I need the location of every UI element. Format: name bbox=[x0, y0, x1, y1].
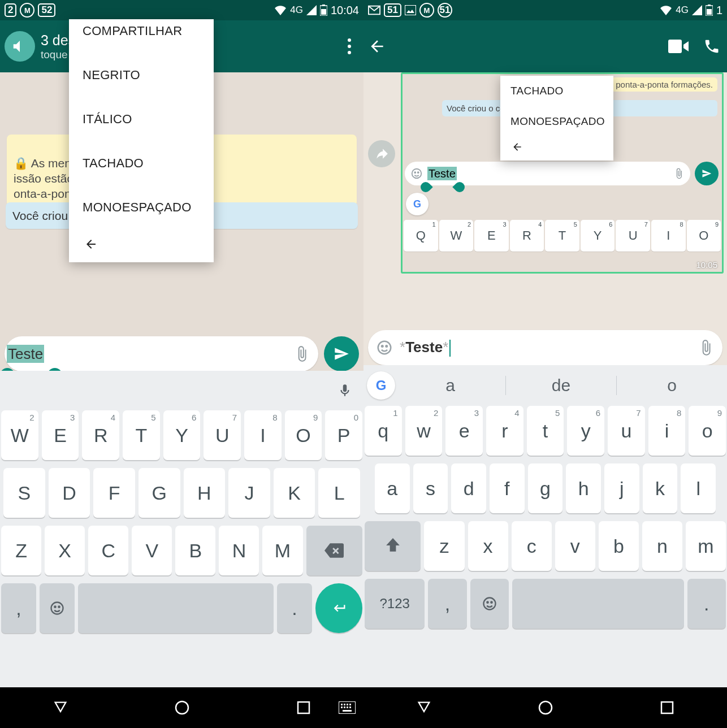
key-t[interactable]: T5 bbox=[123, 410, 160, 460]
key-comma[interactable]: , bbox=[428, 579, 466, 629]
key-l[interactable]: L bbox=[318, 468, 360, 518]
key-d[interactable]: D bbox=[49, 468, 90, 518]
key-w[interactable]: w2 bbox=[405, 406, 443, 456]
menu-negrito[interactable]: NEGRITO bbox=[69, 53, 214, 97]
key-m[interactable]: m bbox=[686, 521, 726, 571]
key-u[interactable]: U7 bbox=[204, 410, 241, 460]
key-y[interactable]: Y6 bbox=[163, 410, 201, 460]
overflow-menu-icon[interactable] bbox=[342, 33, 357, 60]
nav-home-icon[interactable] bbox=[174, 699, 191, 716]
key-k[interactable]: k bbox=[643, 463, 678, 513]
key-d[interactable]: d bbox=[451, 463, 486, 513]
key-emoji[interactable] bbox=[470, 579, 509, 629]
key-x[interactable]: X bbox=[45, 526, 85, 575]
menu-tachado[interactable]: TACHADO bbox=[69, 141, 214, 185]
key-e[interactable]: E3 bbox=[42, 410, 79, 460]
key-i[interactable]: I8 bbox=[244, 410, 282, 460]
menu-italico[interactable]: ITÁLICO bbox=[69, 97, 214, 141]
key-f[interactable]: f bbox=[490, 463, 525, 513]
svg-rect-19 bbox=[405, 5, 416, 15]
key-r[interactable]: R4 bbox=[82, 410, 119, 460]
key-z[interactable]: z bbox=[424, 521, 464, 571]
key-emoji[interactable] bbox=[40, 583, 75, 633]
key-c[interactable]: c bbox=[512, 521, 552, 571]
key-comma[interactable]: , bbox=[1, 583, 36, 633]
key-g[interactable]: g bbox=[528, 463, 563, 513]
key-n[interactable]: N bbox=[219, 526, 259, 575]
key-b[interactable]: B bbox=[175, 526, 215, 575]
menu-back-icon[interactable] bbox=[500, 137, 613, 161]
key-j[interactable]: j bbox=[604, 463, 639, 513]
key-h[interactable]: h bbox=[566, 463, 601, 513]
key-w[interactable]: W2 bbox=[1, 410, 38, 460]
key-q[interactable]: q1 bbox=[365, 406, 402, 456]
key-r[interactable]: r4 bbox=[486, 406, 523, 456]
message-input[interactable]: *Teste* bbox=[368, 330, 722, 365]
menu-monoespacado[interactable]: MONOESPAÇADO bbox=[500, 106, 613, 137]
key-t[interactable]: t5 bbox=[527, 406, 564, 456]
key-enter[interactable] bbox=[315, 583, 362, 633]
key-c[interactable]: C bbox=[88, 526, 128, 575]
key-symbols[interactable]: ?123 bbox=[365, 579, 425, 629]
key-x[interactable]: x bbox=[468, 521, 508, 571]
key-b[interactable]: b bbox=[599, 521, 639, 571]
back-icon[interactable] bbox=[368, 37, 386, 55]
voice-call-icon[interactable] bbox=[703, 38, 720, 55]
key-period[interactable]: . bbox=[277, 583, 312, 633]
send-button[interactable] bbox=[324, 336, 359, 371]
nav-recents-icon[interactable] bbox=[660, 700, 674, 715]
key-space[interactable] bbox=[78, 583, 274, 633]
menu-monoespacado[interactable]: MONOESPAÇADO bbox=[69, 185, 214, 229]
nav-back-icon[interactable] bbox=[53, 700, 68, 716]
key-o[interactable]: O9 bbox=[285, 410, 322, 460]
suggestion-1[interactable]: a bbox=[395, 376, 506, 395]
key-u[interactable]: u7 bbox=[608, 406, 645, 456]
key-p[interactable]: P0 bbox=[325, 410, 362, 460]
key-l[interactable]: l bbox=[681, 463, 716, 513]
menu-compartilhar[interactable]: COMPARTILHAR bbox=[69, 19, 214, 53]
message-input[interactable]: Teste bbox=[5, 336, 318, 371]
key-j[interactable]: J bbox=[228, 468, 270, 518]
key-a[interactable]: a bbox=[375, 463, 410, 513]
mic-icon[interactable] bbox=[337, 382, 352, 400]
key-period[interactable]: . bbox=[687, 579, 726, 629]
key-shift[interactable] bbox=[365, 521, 421, 571]
message-input-bar: Teste bbox=[0, 336, 364, 371]
suggestion-2[interactable]: de bbox=[506, 376, 617, 395]
attach-icon[interactable] bbox=[698, 339, 715, 356]
nav-keyboard-icon[interactable] bbox=[339, 701, 356, 714]
nav-home-icon[interactable] bbox=[537, 699, 554, 716]
emoji-icon[interactable] bbox=[376, 339, 393, 356]
suggestion-3[interactable]: o bbox=[617, 376, 727, 395]
key-g[interactable]: G bbox=[139, 468, 180, 518]
key-z[interactable]: Z bbox=[1, 526, 41, 575]
svg-rect-17 bbox=[343, 710, 352, 712]
key-e[interactable]: e3 bbox=[445, 406, 483, 456]
menu-tachado[interactable]: TACHADO bbox=[500, 76, 613, 106]
attach-icon[interactable] bbox=[293, 345, 310, 362]
key-k[interactable]: K bbox=[274, 468, 315, 518]
key-y[interactable]: y6 bbox=[567, 406, 604, 456]
forward-icon[interactable] bbox=[368, 140, 395, 167]
nav-recents-icon[interactable] bbox=[296, 700, 311, 715]
nav-back-icon[interactable] bbox=[416, 700, 432, 716]
key-s[interactable]: s bbox=[413, 463, 448, 513]
svg-point-28 bbox=[382, 345, 383, 347]
key-s[interactable]: S bbox=[3, 468, 45, 518]
key-v[interactable]: v bbox=[555, 521, 595, 571]
key-v[interactable]: V bbox=[132, 526, 172, 575]
key-space[interactable] bbox=[512, 579, 684, 629]
keyboard-row-2: asdfghjkl bbox=[365, 463, 726, 513]
key-n[interactable]: n bbox=[642, 521, 682, 571]
status-num-left: 2 bbox=[5, 3, 16, 17]
key-h[interactable]: H bbox=[184, 468, 226, 518]
video-call-icon[interactable] bbox=[668, 39, 689, 54]
menu-back-icon[interactable] bbox=[69, 229, 214, 262]
google-icon[interactable]: G bbox=[367, 371, 395, 400]
key-backspace[interactable] bbox=[306, 526, 363, 575]
key-i[interactable]: i8 bbox=[648, 406, 686, 456]
key-m[interactable]: M bbox=[262, 526, 302, 575]
key-o[interactable]: o9 bbox=[689, 406, 726, 456]
avatar[interactable] bbox=[5, 31, 35, 62]
key-f[interactable]: F bbox=[93, 468, 135, 518]
